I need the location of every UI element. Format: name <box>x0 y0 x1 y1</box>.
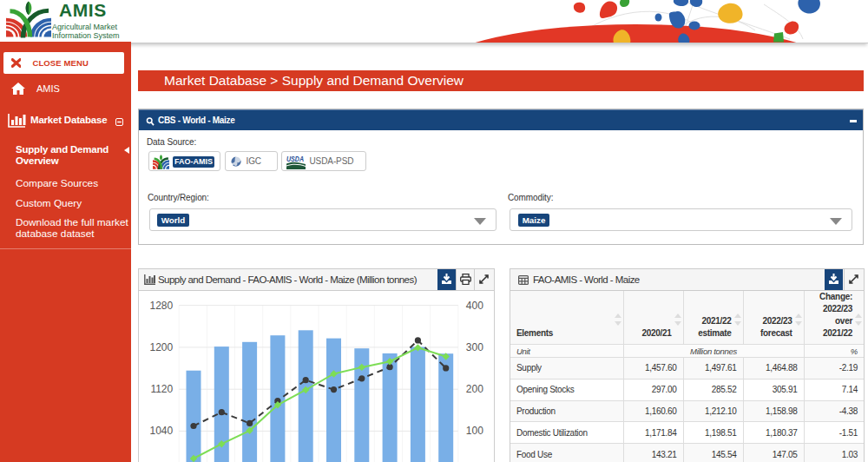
svg-text:300: 300 <box>466 341 483 353</box>
svg-text:200: 200 <box>466 383 483 395</box>
svg-text:100: 100 <box>466 425 483 437</box>
svg-text:1280: 1280 <box>149 300 173 312</box>
svg-text:USDA: USDA <box>286 155 304 163</box>
svg-text:400: 400 <box>466 300 483 312</box>
svg-text:1200: 1200 <box>149 341 173 353</box>
svg-text:1040: 1040 <box>149 425 173 437</box>
svg-text:1120: 1120 <box>150 383 173 395</box>
